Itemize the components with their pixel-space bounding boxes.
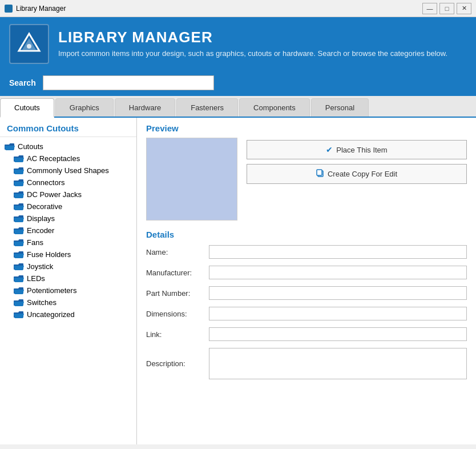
title-bar-controls: — □ ✕ [422,3,471,14]
detail-label-part-number: Part Number: [146,289,209,298]
tree-item-leds[interactable]: LEDs [0,272,136,284]
detail-label-description: Description: [146,359,209,368]
app-title: LIBRARY MANAGER [58,29,447,46]
app-icon-small [5,5,13,13]
tree-label-commonly-used-shapes: Commonly Used Shapes [27,166,109,175]
folder-icon-sw [14,299,24,307]
right-panel: Preview ✔ Place This Item Create Copy Fo… [137,118,476,444]
preview-buttons: ✔ Place This Item Create Copy For Edit [247,138,467,221]
detail-row-dimensions: Dimensions: [146,307,467,320]
folder-icon-unc [14,311,24,319]
detail-row-description: Description: [146,348,467,379]
folder-icon-ac [14,155,24,163]
detail-input-name[interactable] [209,245,467,259]
tree-label-switches: Switches [27,298,57,307]
panel-title: Common Cutouts [0,118,136,137]
title-bar-left: Library Manager [5,5,66,13]
tab-hardware[interactable]: Hardware [115,98,175,117]
main-content: Common Cutouts Cutouts A [0,118,476,444]
detail-label-dimensions: Dimensions: [146,310,209,318]
tree-item-ac-receptacles[interactable]: AC Receptacles [0,153,136,165]
app-header-text: LIBRARY MANAGER Import common items into… [58,29,447,59]
tree-label-dc-power-jacks: DC Power Jacks [27,190,82,199]
tree-label-fans: Fans [27,238,43,247]
close-button[interactable]: ✕ [457,3,471,14]
tree-label-decorative: Decorative [27,202,62,211]
folder-icon-enc [14,227,24,235]
tree-label-connectors: Connectors [27,178,64,187]
detail-row-name: Name: [146,245,467,259]
tree-item-fans[interactable]: Fans [0,236,136,248]
app-header: LIBRARY MANAGER Import common items into… [0,17,476,71]
detail-label-link: Link: [146,330,209,339]
tab-cutouts[interactable]: Cutouts [0,98,54,118]
tree-item-fuse-holders[interactable]: Fuse Holders [0,248,136,260]
folder-icon-cus [14,167,24,175]
left-panel: Common Cutouts Cutouts A [0,118,137,444]
folder-open-icon [5,143,15,151]
maximize-button[interactable]: □ [439,3,454,14]
place-item-label: Place This Item [336,146,387,154]
svg-point-2 [27,44,31,49]
detail-label-name: Name: [146,248,209,256]
tab-personal[interactable]: Personal [311,98,369,117]
tree-label-fuse-holders: Fuse Holders [27,250,71,259]
create-copy-button[interactable]: Create Copy For Edit [247,164,467,184]
tab-fasteners[interactable]: Fasteners [176,98,238,117]
preview-area: ✔ Place This Item Create Copy For Edit [146,138,467,221]
folder-icon-fuse [14,251,24,259]
tree-item-potentiometers[interactable]: Potentiometers [0,284,136,296]
tree-item-connectors[interactable]: Connectors [0,177,136,189]
detail-label-manufacturer: Manufacturer: [146,268,209,277]
tree-container: Cutouts AC Receptacles [0,137,136,444]
search-bar: Search [0,71,476,96]
minimize-button[interactable]: — [422,3,437,14]
tab-components[interactable]: Components [239,98,310,117]
tree-label-uncategorized: Uncategorized [27,310,75,319]
detail-textarea-description[interactable] [209,348,467,379]
detail-input-dimensions[interactable] [209,307,467,320]
tab-graphics[interactable]: Graphics [55,98,114,117]
detail-input-manufacturer[interactable] [209,266,467,279]
place-item-button[interactable]: ✔ Place This Item [247,140,467,159]
create-copy-label: Create Copy For Edit [328,170,397,178]
preview-title: Preview [146,123,467,133]
detail-input-link[interactable] [209,327,467,341]
app-subtitle: Import common items into your design, su… [58,49,447,59]
detail-row-link: Link: [146,327,467,341]
title-bar-text: Library Manager [16,5,66,13]
folder-icon-fan [14,239,24,247]
tree-item-switches[interactable]: Switches [0,296,136,308]
tree-item-uncategorized[interactable]: Uncategorized [0,308,136,320]
tree-item-commonly-used-shapes[interactable]: Commonly Used Shapes [0,165,136,177]
folder-icon-con [14,179,24,187]
tree-item-cutouts[interactable]: Cutouts [0,141,136,153]
folder-icon-joy [14,263,24,271]
tree-label-joystick: Joystick [27,262,53,271]
tree-label-encoder: Encoder [27,226,54,235]
tree-label-displays: Displays [27,214,55,223]
tree-label-potentiometers: Potentiometers [27,286,76,295]
tree-label-ac-receptacles: AC Receptacles [27,154,80,163]
preview-image [146,138,237,221]
tabs-bar: Cutouts Graphics Hardware Fasteners Comp… [0,96,476,118]
app-logo [9,24,49,64]
detail-row-manufacturer: Manufacturer: [146,266,467,279]
copy-icon [316,169,324,179]
detail-row-part-number: Part Number: [146,286,467,300]
folder-icon-dc [14,191,24,199]
tree-item-encoder[interactable]: Encoder [0,224,136,236]
title-bar: Library Manager — □ ✕ [0,0,476,17]
tree-item-decorative[interactable]: Decorative [0,201,136,213]
details-title: Details [146,230,467,239]
tree-item-joystick[interactable]: Joystick [0,260,136,272]
search-input[interactable] [43,75,214,90]
tree-item-displays[interactable]: Displays [0,213,136,224]
tree-item-dc-power-jacks[interactable]: DC Power Jacks [0,189,136,201]
folder-icon-pot [14,287,24,295]
svg-rect-4 [317,170,322,175]
checkmark-icon: ✔ [326,145,333,154]
tree-label-leds: LEDs [27,274,45,283]
detail-input-part-number[interactable] [209,286,467,300]
folder-icon-dec [14,203,24,211]
